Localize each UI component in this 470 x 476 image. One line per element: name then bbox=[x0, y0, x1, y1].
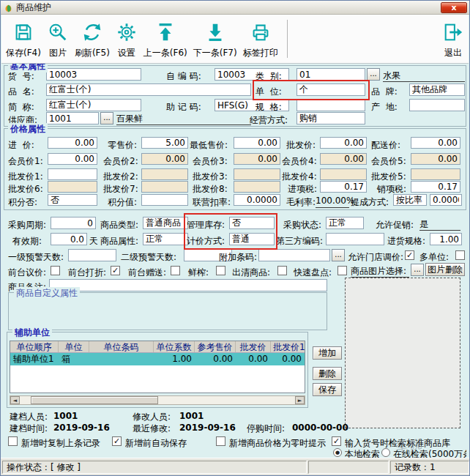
next-record-button[interactable]: 下一条(F7) bbox=[190, 16, 240, 62]
label-print-button[interactable]: 标签打印 bbox=[240, 16, 281, 62]
purchase-spec-input[interactable] bbox=[430, 233, 462, 245]
extra-barcode-input[interactable] bbox=[258, 249, 330, 261]
col-ref-price: 参考售价 bbox=[195, 341, 236, 352]
input-tax-input[interactable] bbox=[320, 181, 367, 193]
cell-unit-barcode bbox=[89, 353, 154, 365]
min-price-input[interactable] bbox=[234, 137, 280, 149]
purchase-cycle-label: 采购周期: bbox=[8, 219, 46, 231]
operation-status: 操作状态：[ 修改 ] bbox=[2, 461, 307, 474]
member5-input[interactable] bbox=[411, 153, 460, 165]
save-button[interactable]: 保存(F4) bbox=[3, 16, 44, 62]
extra-barcode-browse-button[interactable]: ... bbox=[332, 249, 345, 261]
save-icon bbox=[12, 21, 34, 46]
image-browse-button[interactable]: ... bbox=[411, 264, 424, 276]
std-library-checkbox[interactable]: ✓ bbox=[332, 436, 341, 446]
creator-label: 建档人员: bbox=[10, 411, 48, 423]
aux-unit-legend: 辅助单位 bbox=[12, 327, 52, 339]
local-search-radio[interactable]: ● bbox=[333, 448, 342, 457]
category-browse-button[interactable]: ... bbox=[367, 68, 380, 81]
zero-price-prompt-checkbox[interactable] bbox=[216, 436, 225, 446]
front-discount-checkbox[interactable]: ✓ bbox=[111, 266, 120, 275]
settings-button[interactable]: 设置 bbox=[113, 16, 141, 62]
member3-input[interactable] bbox=[234, 153, 280, 165]
purchase-status-input[interactable] bbox=[326, 217, 364, 229]
scroll-left-icon[interactable]: ◄ bbox=[10, 396, 20, 404]
unit-input[interactable] bbox=[296, 83, 365, 96]
fresh-squeeze-checkbox[interactable] bbox=[216, 266, 225, 275]
commission-mode-input[interactable] bbox=[393, 194, 427, 206]
multi-unit-checkbox[interactable] bbox=[455, 250, 465, 260]
autosave-checkbox[interactable]: ✓ bbox=[112, 436, 122, 446]
scroll-right-icon[interactable]: ► bbox=[295, 396, 305, 404]
warn1-input[interactable] bbox=[68, 249, 116, 261]
wholesale5-input[interactable] bbox=[411, 168, 460, 180]
image-delete-button[interactable]: 图片删除 bbox=[425, 263, 465, 276]
wholesale7-input[interactable] bbox=[141, 181, 188, 193]
output-tax-input[interactable] bbox=[411, 181, 460, 193]
member2-input[interactable] bbox=[141, 153, 188, 165]
wholesale5-label: 批发价5: bbox=[371, 171, 406, 183]
image-button[interactable]: 图片 bbox=[44, 16, 72, 62]
unit-label: 单 位: bbox=[255, 86, 282, 98]
joint-rate-input[interactable] bbox=[234, 194, 280, 206]
wholesale1-input[interactable] bbox=[48, 168, 97, 180]
third-code-input[interactable] bbox=[326, 233, 384, 245]
goods-type-input[interactable] bbox=[143, 217, 188, 229]
previous-record-button[interactable]: 上一条(F6) bbox=[141, 16, 190, 62]
aux-add-button[interactable]: 增加 bbox=[313, 346, 342, 360]
close-icon: x bbox=[451, 3, 456, 12]
copy-prev-checkbox[interactable] bbox=[8, 436, 18, 446]
front-bargain-checkbox[interactable] bbox=[51, 266, 60, 275]
short-name-input[interactable] bbox=[46, 99, 141, 111]
wholesale3-input[interactable] bbox=[234, 168, 280, 180]
spec-input[interactable] bbox=[296, 99, 365, 111]
supplier-input[interactable] bbox=[46, 112, 99, 124]
wholesale2-input[interactable] bbox=[141, 168, 188, 180]
quick-count-checkbox[interactable] bbox=[337, 266, 347, 275]
image-select-link[interactable]: 商品图片选择: bbox=[351, 265, 409, 278]
online-search-radio[interactable] bbox=[381, 448, 390, 457]
table-row[interactable]: 辅助单位1 箱 1.00 0.00 0.00 0.00 bbox=[10, 353, 305, 365]
col-unit-factor: 单位系数 bbox=[154, 341, 195, 352]
pricing-method-input[interactable] bbox=[229, 233, 275, 245]
points-value-input[interactable] bbox=[141, 194, 188, 206]
allow-store-price-checkbox[interactable]: ✓ bbox=[405, 250, 414, 260]
brand-input[interactable] bbox=[409, 83, 465, 96]
warn1-label: 一级预警天数: bbox=[8, 251, 64, 264]
member4-input[interactable] bbox=[320, 153, 367, 165]
clearance-checkbox[interactable] bbox=[277, 266, 287, 275]
aux-delete-button[interactable]: 删除 bbox=[313, 367, 342, 380]
purchase-price-input[interactable] bbox=[48, 137, 97, 149]
supplier-browse-button[interactable]: ... bbox=[100, 112, 113, 124]
wholesale6-input[interactable] bbox=[48, 181, 97, 193]
member1-input[interactable] bbox=[48, 153, 97, 165]
wholesale4-input[interactable] bbox=[320, 168, 367, 180]
commission-rate-input[interactable] bbox=[430, 194, 462, 206]
delivery-price-input[interactable] bbox=[411, 137, 460, 149]
trade-mode-label: 经营方式: bbox=[250, 114, 288, 127]
goods-attr-input[interactable] bbox=[143, 233, 188, 245]
aux-table-scrollbar[interactable]: ◄ ► bbox=[10, 395, 305, 405]
validity-input[interactable] bbox=[51, 233, 87, 245]
points-flag-input[interactable] bbox=[48, 194, 97, 206]
trade-mode-input[interactable] bbox=[296, 112, 365, 124]
aux-save-button[interactable]: 保存 bbox=[313, 383, 342, 396]
item-no-input[interactable] bbox=[46, 68, 141, 81]
close-button[interactable]: x bbox=[441, 2, 467, 13]
scrollbar-thumb[interactable] bbox=[31, 396, 158, 404]
wholesale-price-input[interactable] bbox=[320, 137, 367, 149]
remark-input[interactable] bbox=[49, 279, 327, 291]
col-unit-barcode: 单位条码 bbox=[89, 341, 154, 352]
refresh-button[interactable]: 刷新(F5) bbox=[72, 16, 113, 62]
exit-button[interactable]: 退出 bbox=[439, 16, 467, 62]
front-gift-checkbox[interactable] bbox=[171, 266, 180, 275]
retail-price-input[interactable] bbox=[141, 137, 188, 149]
creator-value: 1001 bbox=[53, 411, 78, 421]
wholesale2-label: 批发价2: bbox=[103, 171, 138, 183]
wholesale8-input[interactable] bbox=[234, 181, 280, 193]
origin-input[interactable] bbox=[409, 99, 465, 111]
category-input[interactable] bbox=[296, 68, 365, 81]
product-name-input[interactable] bbox=[46, 83, 251, 96]
manage-stock-input[interactable] bbox=[229, 217, 275, 229]
purchase-cycle-input[interactable] bbox=[51, 217, 96, 229]
